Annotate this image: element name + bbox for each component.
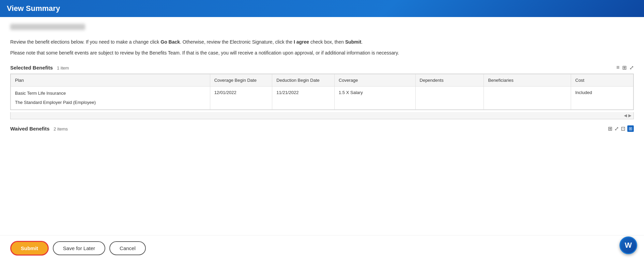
waived-expand-icon[interactable]: ⤢: [614, 125, 619, 132]
waived-benefits-title-area: Waived Benefits 2 items: [10, 126, 68, 132]
deduction-begin-date-cell: 11/21/2022: [272, 86, 335, 109]
page-header: View Summary: [0, 0, 644, 17]
selected-benefits-table-wrapper: Plan Coverage Begin Date Deduction Begin…: [10, 74, 634, 110]
columns-icon[interactable]: ⊞: [622, 64, 627, 71]
instruction-line1: Review the benefit elections below. If y…: [10, 38, 634, 46]
col-cov-header: Coverage: [335, 74, 416, 86]
plan-sub: The Standard Employer Paid (Employee): [15, 99, 206, 106]
waived-benefits-label: Waived Benefits: [10, 126, 49, 132]
waived-benefits-header: Waived Benefits 2 items ⊞ ⤢ ⊡ ⊞: [10, 125, 634, 132]
waived-layout-icon1[interactable]: ⊞: [608, 125, 612, 132]
page-title: View Summary: [7, 4, 60, 13]
waived-benefits-count: 2 items: [53, 126, 68, 132]
table-row: Basic Term Life Insurance The Standard E…: [11, 86, 633, 109]
waived-benefits-section: Waived Benefits 2 items ⊞ ⤢ ⊡ ⊞: [10, 125, 634, 132]
dependents-cell: [415, 86, 484, 109]
main-content: Review the benefit elections below. If y…: [0, 17, 644, 259]
coverage-cell: 1.5 X Salary: [335, 86, 416, 109]
beneficiaries-cell: [484, 86, 571, 109]
plan-cell: Basic Term Life Insurance The Standard E…: [11, 86, 210, 109]
col-dep-header: Dependents: [415, 74, 484, 86]
waived-active-icon[interactable]: ⊞: [627, 125, 634, 132]
col-dbd-header: Deduction Begin Date: [272, 74, 335, 86]
selected-benefits-label: Selected Benefits: [10, 65, 53, 71]
col-ben-header: Beneficiaries: [484, 74, 571, 86]
filter-icon[interactable]: ≡: [616, 64, 619, 71]
selected-benefits-title-area: Selected Benefits 1 item: [10, 65, 69, 71]
save-for-later-button[interactable]: Save for Later: [53, 241, 105, 255]
fab-button[interactable]: W: [619, 236, 637, 254]
bottom-action-bar: Submit Save for Later Cancel: [0, 235, 644, 259]
scroll-bar-area[interactable]: ◀ ▶: [10, 112, 634, 119]
expand-icon[interactable]: ⤢: [629, 64, 634, 71]
selected-benefits-table: Plan Coverage Begin Date Deduction Begin…: [11, 74, 633, 110]
submit-label-inline: Submit: [345, 39, 361, 45]
scroll-right-icon[interactable]: ▶: [628, 113, 631, 118]
waived-columns-icon[interactable]: ⊡: [621, 125, 625, 132]
go-back-label: Go Back: [160, 39, 180, 45]
cancel-button[interactable]: Cancel: [109, 241, 146, 255]
col-plan-header: Plan: [11, 74, 210, 86]
waived-benefits-toolbar: ⊞ ⤢ ⊡ ⊞: [608, 125, 634, 132]
selected-benefits-toolbar: ≡ ⊞ ⤢: [616, 64, 634, 71]
fab-label: W: [625, 241, 632, 250]
i-agree-label: I agree: [294, 39, 309, 45]
coverage-begin-date-cell: 12/01/2022: [210, 86, 272, 109]
scroll-left-icon[interactable]: ◀: [624, 113, 627, 118]
cost-cell: Included: [571, 86, 633, 109]
selected-benefits-count: 1 item: [57, 65, 69, 71]
redacted-user-info: [10, 24, 85, 30]
submit-button[interactable]: Submit: [10, 241, 49, 256]
notice-text: Please note that some benefit events are…: [10, 49, 634, 57]
selected-benefits-header: Selected Benefits 1 item ≡ ⊞ ⤢: [10, 64, 634, 71]
col-cost-header: Cost: [571, 74, 633, 86]
table-header-row: Plan Coverage Begin Date Deduction Begin…: [11, 74, 633, 86]
col-cbd-header: Coverage Begin Date: [210, 74, 272, 86]
plan-name: Basic Term Life Insurance: [15, 90, 206, 97]
